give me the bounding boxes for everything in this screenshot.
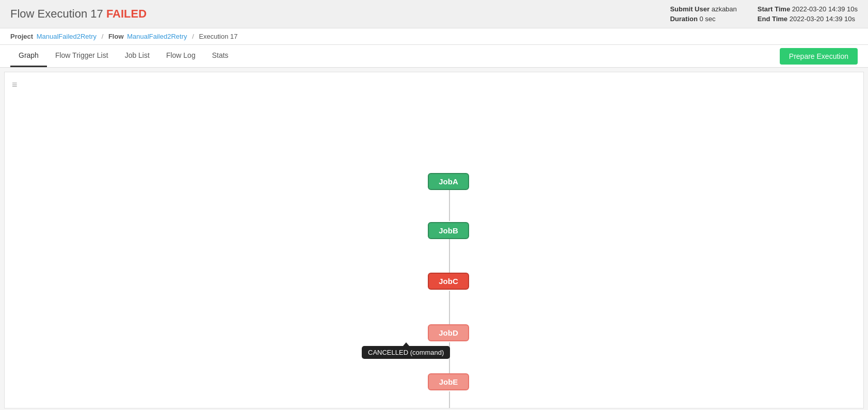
execution-label: Execution 17 <box>199 33 237 40</box>
sep1: / <box>102 33 104 40</box>
meta-col-left: Submit User azkaban Duration 0 sec <box>670 5 736 23</box>
sep2: / <box>192 33 194 40</box>
flow-label: Flow <box>108 33 124 40</box>
prepare-execution-button[interactable]: Prepare Execution <box>780 48 858 65</box>
tab-flow-log[interactable]: Flow Log <box>158 45 204 67</box>
job-node-e[interactable]: JobE <box>428 373 469 390</box>
tab-job-list[interactable]: Job List <box>117 45 158 67</box>
job-node-a[interactable]: JobA <box>428 173 469 190</box>
title-status: FAILED <box>106 7 147 20</box>
meta-col-right: Start Time 2022-03-20 14:39 10s End Time… <box>758 5 858 23</box>
title-prefix: Flow Execution 17 <box>10 7 103 20</box>
tab-stats[interactable]: Stats <box>204 45 237 67</box>
job-node-b[interactable]: JobB <box>428 222 469 239</box>
graph-connections <box>5 72 863 408</box>
project-label: Project <box>10 33 33 40</box>
tab-graph[interactable]: Graph <box>10 45 47 67</box>
breadcrumb: Project ManualFailed2Retry / Flow Manual… <box>0 28 868 45</box>
start-time: Start Time 2022-03-20 14:39 10s <box>758 5 858 13</box>
submit-user: Submit User azkaban <box>670 5 736 13</box>
project-link[interactable]: ManualFailed2Retry <box>37 33 97 40</box>
page-title: Flow Execution 17 FAILED <box>10 7 147 21</box>
job-node-c[interactable]: JobC <box>428 273 469 290</box>
duration: Duration 0 sec <box>670 15 736 23</box>
graph-area: ≡ JobA JobB JobC JobD CANCELLED (command… <box>5 72 863 408</box>
page-header: Flow Execution 17 FAILED Submit User azk… <box>0 0 868 28</box>
end-time: End Time 2022-03-20 14:39 10s <box>758 15 858 23</box>
job-node-d[interactable]: JobD <box>428 324 469 341</box>
tabs: Graph Flow Trigger List Job List Flow Lo… <box>10 45 237 67</box>
tab-flow-trigger-list[interactable]: Flow Trigger List <box>47 45 117 67</box>
header-meta: Submit User azkaban Duration 0 sec Start… <box>670 5 858 23</box>
tabs-container: Graph Flow Trigger List Job List Flow Lo… <box>0 45 868 68</box>
main-content: ≡ JobA JobB JobC JobD CANCELLED (command… <box>4 72 864 408</box>
flow-link[interactable]: ManualFailed2Retry <box>127 33 187 40</box>
